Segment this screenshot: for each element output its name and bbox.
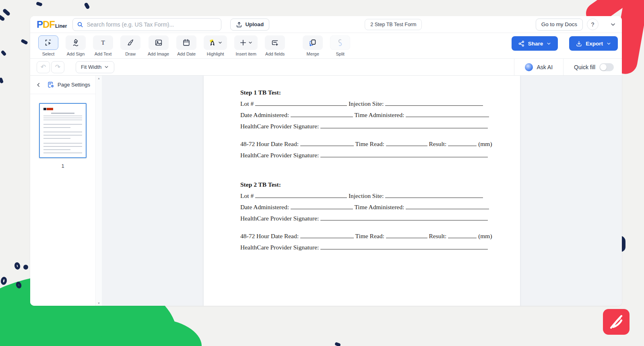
upload-button[interactable]: Upload xyxy=(230,19,269,31)
field-label: Time Administered: xyxy=(353,204,406,210)
chevron-down-icon xyxy=(546,41,551,46)
export-button[interactable]: Export xyxy=(569,36,618,51)
page-thumbnail-1[interactable] xyxy=(39,103,87,158)
blank-field[interactable] xyxy=(448,141,477,146)
field-label: Time Read: xyxy=(354,233,386,239)
blank-field[interactable] xyxy=(320,215,488,220)
blank-field[interactable] xyxy=(300,141,354,146)
field-label: HealthCare Provider Signature: xyxy=(240,123,320,130)
field-label: Time Administered: xyxy=(353,111,406,118)
blank-field[interactable] xyxy=(300,233,354,238)
image-icon xyxy=(154,38,163,47)
form-line: HealthCare Provider Signature: xyxy=(240,152,520,159)
field-label: HealthCare Provider Signature: xyxy=(240,152,320,159)
sidebar-collapse-button[interactable] xyxy=(34,80,43,89)
field-label: Date Administered: xyxy=(240,204,291,210)
ai-orb-icon xyxy=(525,63,533,71)
document-canvas: Step 1 TB Test:Lot # Injection Site: Dat… xyxy=(102,76,622,306)
chevron-left-icon xyxy=(35,82,42,88)
scroll-up-arrow[interactable]: ▲ xyxy=(97,77,100,80)
draw-tool-button[interactable]: Draw xyxy=(120,35,140,56)
pdf-format-badge[interactable] xyxy=(603,309,630,335)
field-label: Date Administered: xyxy=(240,111,291,118)
ask-ai-button[interactable]: Ask AI xyxy=(514,59,563,75)
form-line: Lot # Injection Site: xyxy=(240,100,520,107)
secondary-toolbar: ↶ ↷ Fit Width Ask AI Quick fill xyxy=(30,59,622,76)
chevron-down-icon xyxy=(218,40,223,45)
account-menu-chevron[interactable] xyxy=(610,21,616,28)
go-to-my-docs-button[interactable]: Go to my Docs xyxy=(536,19,583,31)
blank-field[interactable] xyxy=(291,204,353,209)
app-window: PDF Liner Upload 2 Step TB Test Form Go … xyxy=(30,16,622,306)
form-section: 48-72 Hour Date Read: Time Read: Result:… xyxy=(240,140,520,159)
sidebar-scrollbar[interactable]: ▲ ▼ xyxy=(95,76,102,306)
select-tool-button[interactable]: Select xyxy=(38,35,58,56)
field-label: Injection Site: xyxy=(347,100,385,107)
add-date-tool-button[interactable]: Add Date xyxy=(176,35,196,56)
field-label: Result: xyxy=(427,140,448,147)
quick-fill-toggle[interactable] xyxy=(599,63,614,71)
blank-field[interactable] xyxy=(385,193,483,198)
add-image-tool-button[interactable]: Add Image xyxy=(148,35,169,56)
document-title: 2 Step TB Test Form xyxy=(365,19,422,30)
blank-field[interactable] xyxy=(386,233,427,238)
field-label: Result: xyxy=(427,233,448,239)
field-label: (mm) xyxy=(477,140,492,147)
upload-icon xyxy=(236,21,242,28)
blank-field[interactable] xyxy=(448,233,477,238)
form-line: Date Administered: Time Administered: xyxy=(240,111,520,118)
blank-field[interactable] xyxy=(291,112,353,117)
merge-tool-button[interactable]: Merge xyxy=(303,35,323,56)
blank-field[interactable] xyxy=(255,193,347,198)
section-heading: Step 1 TB Test: xyxy=(240,89,520,96)
blank-field[interactable] xyxy=(320,152,488,157)
plus-icon xyxy=(239,39,247,47)
blank-field[interactable] xyxy=(320,123,488,128)
form-line: Lot # Injection Site: xyxy=(240,192,520,199)
page-settings-button[interactable]: Page Settings xyxy=(47,81,90,89)
chevron-down-icon xyxy=(248,40,253,45)
highlighter-icon xyxy=(208,38,217,47)
add-text-tool-button[interactable]: T Add Text xyxy=(93,35,113,56)
undo-icon: ↶ xyxy=(41,63,46,71)
logo-text-liner: Liner xyxy=(55,23,67,29)
blank-field[interactable] xyxy=(255,101,347,106)
form-line: HealthCare Provider Signature: xyxy=(240,123,520,130)
help-button[interactable]: ? xyxy=(587,19,599,30)
search-input[interactable] xyxy=(87,21,217,28)
pdfliner-logo[interactable]: PDF Liner xyxy=(37,19,67,30)
zoom-level-dropdown[interactable]: Fit Width xyxy=(76,61,114,73)
share-button[interactable]: Share xyxy=(512,36,558,51)
blank-field[interactable] xyxy=(406,204,489,209)
add-sign-tool-button[interactable]: Add Sign xyxy=(66,35,86,56)
undo-button[interactable]: ↶ xyxy=(37,61,50,73)
calendar-icon xyxy=(182,38,191,47)
quick-fill-control: Quick fill xyxy=(564,59,615,75)
pages-sidebar: Page Settings 1 xyxy=(30,76,95,306)
blank-field[interactable] xyxy=(320,244,488,249)
pen-nib-icon xyxy=(71,38,80,47)
scroll-down-arrow[interactable]: ▼ xyxy=(97,302,100,305)
highlight-tool-button[interactable]: Highlight xyxy=(204,35,227,56)
chevron-down-icon xyxy=(606,41,611,46)
insert-item-tool-button[interactable]: Insert item xyxy=(234,35,258,56)
logo-text-pdf: P xyxy=(37,19,43,30)
form-line: HealthCare Provider Signature: xyxy=(240,215,520,222)
main-toolbar: Select Add Sign T Add Text Draw Add Imag… xyxy=(30,33,622,59)
blank-field[interactable] xyxy=(406,112,489,117)
blank-field[interactable] xyxy=(386,141,427,146)
form-section: Step 1 TB Test:Lot # Injection Site: Dat… xyxy=(240,89,520,130)
add-fields-tool-button[interactable]: Add fields xyxy=(265,35,285,56)
select-cursor-icon xyxy=(44,38,53,47)
blank-field[interactable] xyxy=(385,101,483,106)
field-label: 48-72 Hour Date Read: xyxy=(240,140,300,147)
field-label: Lot # xyxy=(240,100,255,107)
search-box[interactable] xyxy=(72,18,221,31)
search-icon xyxy=(77,21,83,28)
pdf-page[interactable]: Step 1 TB Test:Lot # Injection Site: Dat… xyxy=(204,76,520,306)
chevron-down-icon xyxy=(104,64,109,70)
redo-button[interactable]: ↷ xyxy=(51,61,64,73)
svg-text:T: T xyxy=(101,39,105,46)
field-label: Lot # xyxy=(240,192,255,199)
split-tool-button[interactable]: Split xyxy=(330,35,350,56)
